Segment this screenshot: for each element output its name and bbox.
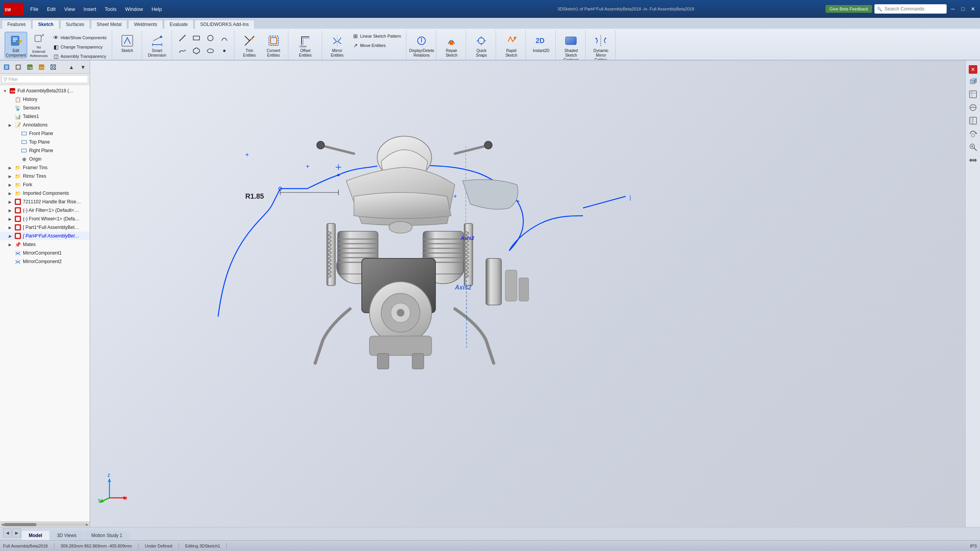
scroll-thumb[interactable] xyxy=(4,523,36,526)
edit-component-label: Edit Component xyxy=(6,49,26,58)
tree-content[interactable]: ▼ SW Full AssemblyBeta2018 (New<Display … xyxy=(0,85,90,522)
collapse-all-btn[interactable]: ▲ xyxy=(66,62,76,72)
tab-sheet-metal[interactable]: Sheet Metal xyxy=(91,20,127,29)
repair-sketch-button[interactable]: Repair Sketch xyxy=(440,32,463,58)
tree-scrollbar[interactable]: ◀ ▶ xyxy=(0,522,90,527)
maximize-button[interactable]: □ xyxy=(959,6,967,12)
tab-sketch[interactable]: Sketch xyxy=(32,20,59,29)
svg-rect-62 xyxy=(22,140,26,144)
menu-help[interactable]: Help xyxy=(147,5,166,14)
root-toggle[interactable]: ▼ xyxy=(3,89,9,93)
tree-item-imported-components[interactable]: ▶ 📁 Imported Components xyxy=(0,189,90,198)
shaded-sketch-button[interactable]: Shaded Sketch Contours xyxy=(560,32,582,58)
edit-component-button[interactable]: Edit Component xyxy=(5,32,27,58)
tree-item-air-filter[interactable]: ▶ (-) Air Filter<1> (Default<<Default>_1… xyxy=(0,206,90,215)
dynamic-mirror-button[interactable]: Dynamic Mirror Entities xyxy=(590,32,612,58)
menu-window[interactable]: Window xyxy=(121,5,147,14)
menu-view[interactable]: View xyxy=(60,5,79,14)
arc-tool-button[interactable] xyxy=(218,32,231,44)
tree-item-tables[interactable]: 📊 Tables1 xyxy=(0,112,90,121)
tab-addins[interactable]: SOLIDWORKS Add-Ins xyxy=(194,20,255,29)
tree-item-origin[interactable]: ⊕ Origin xyxy=(0,155,90,163)
display-style-btn[interactable] xyxy=(967,88,979,100)
hide-lines-btn[interactable] xyxy=(967,102,979,113)
trim-entities-button[interactable]: Trim Entities xyxy=(238,32,261,58)
menu-insert[interactable]: Insert xyxy=(80,5,100,14)
tab-model[interactable]: Model xyxy=(22,531,49,540)
polygon-tool-button[interactable] xyxy=(190,45,203,57)
tree-item-right-plane[interactable]: Right Plane xyxy=(0,146,90,155)
ellipse-icon xyxy=(206,47,215,55)
tree-item-mates[interactable]: ▶ 📌 Mates xyxy=(0,240,90,249)
tab-3d-views[interactable]: 3D Views xyxy=(50,531,83,540)
configuration-btn[interactable]: cfg xyxy=(25,62,35,72)
rapid-sketch-button[interactable]: Rapid Sketch xyxy=(500,32,522,58)
instant2d-button[interactable]: 2D Instant2D xyxy=(530,32,552,58)
tree-root-item[interactable]: ▼ SW Full AssemblyBeta2018 (New<Display … xyxy=(0,87,90,95)
move-entities-button[interactable]: ↗ Move Entities xyxy=(350,41,403,50)
dimxpert-btn[interactable]: DX xyxy=(36,62,47,72)
tree-item-fork[interactable]: ▶ 📁 Fork xyxy=(0,180,90,189)
tree-item-part4-full[interactable]: ▶ [ Part4^Full AssemblyBeta2018 ]<1> -..… xyxy=(0,232,90,240)
viewport[interactable]: | + + + + + xyxy=(90,61,965,527)
rectangle-tool-button[interactable] xyxy=(190,32,203,44)
mirror-entities-button[interactable]: Mirror Entities xyxy=(326,32,349,58)
tree-item-front-wheel[interactable]: ▶ (-) Front Wheel<1> (Default<<Default..… xyxy=(0,215,90,223)
change-transparency-button[interactable]: ◧ Change Transparency xyxy=(50,43,109,51)
no-external-button[interactable]: No External References xyxy=(29,32,49,58)
close-panel-button[interactable]: ✕ xyxy=(969,65,977,74)
point-tool-button[interactable] xyxy=(218,45,231,57)
ellipse-tool-button[interactable] xyxy=(204,45,217,57)
tab-evaluate[interactable]: Evaluate xyxy=(164,20,194,29)
section-view-btn[interactable] xyxy=(967,115,979,126)
linear-sketch-pattern-button[interactable]: ⊞ Linear Sketch Pattern xyxy=(350,32,403,40)
tree-item-mirror1[interactable]: MirrorComponent1 xyxy=(0,249,90,257)
tree-item-top-plane[interactable]: Top Plane xyxy=(0,138,90,146)
scroll-track[interactable] xyxy=(4,523,86,526)
measure-btn[interactable] xyxy=(967,154,979,166)
assembly-transparency-button[interactable]: ◫ Assembly Transparency xyxy=(50,52,109,60)
tree-item-sensors[interactable]: 📡 Sensors xyxy=(0,104,90,112)
spline-tool-button[interactable] xyxy=(176,45,189,57)
feature-manager-btn[interactable] xyxy=(2,62,12,72)
property-manager-btn[interactable] xyxy=(13,62,23,72)
offset-entities-button[interactable]: Offset Offset Entities xyxy=(292,32,319,58)
menu-edit[interactable]: Edit xyxy=(43,5,59,14)
sketch-button[interactable]: Sketch xyxy=(116,32,139,58)
tab-scroll-right[interactable]: ▶ xyxy=(12,528,21,537)
display-mgr-btn[interactable] xyxy=(48,62,58,72)
tab-scroll-left[interactable]: ◀ xyxy=(3,528,12,537)
smart-dimension-button[interactable]: Smart Dimension xyxy=(146,32,168,58)
expand-all-btn[interactable]: ▼ xyxy=(78,62,88,72)
scroll-left[interactable]: ◀ xyxy=(1,522,4,527)
tab-features[interactable]: Features xyxy=(2,20,31,29)
hide-show-button[interactable]: 👁 Hide/Show Components xyxy=(50,33,109,42)
beta-feedback-button[interactable]: Give Beta Feedback xyxy=(826,5,872,13)
line-tool-button[interactable] xyxy=(176,32,189,44)
minimize-button[interactable]: ─ xyxy=(949,6,957,12)
tab-weldments[interactable]: Weldments xyxy=(128,20,163,29)
rotate-btn[interactable] xyxy=(967,128,979,140)
close-button[interactable]: ✕ xyxy=(969,6,977,12)
tree-item-annotations[interactable]: ▶ 📝 Annotations xyxy=(0,121,90,129)
tab-motion-study-1[interactable]: Motion Study 1 xyxy=(84,531,129,540)
menu-tools[interactable]: Tools xyxy=(101,5,120,14)
convert-entities-button[interactable]: Convert Entities xyxy=(262,32,285,58)
display-delete-relations-button[interactable]: Display/Delete Relations xyxy=(410,32,433,58)
tree-item-part1-full[interactable]: ▶ [ Part1^Full AssemblyBeta2018 ]<1> -..… xyxy=(0,223,90,232)
tree-item-rims-tires[interactable]: ▶ 📁 Rims/ Tires xyxy=(0,172,90,180)
scroll-right[interactable]: ▶ xyxy=(86,522,89,527)
view-orientation-btn[interactable] xyxy=(967,75,979,87)
tab-surfaces[interactable]: Surfaces xyxy=(60,20,90,29)
tree-item-handle-bar[interactable]: ▶ 7211102 Handle Bar Riser DualBeta20... xyxy=(0,198,90,206)
menu-file[interactable]: File xyxy=(26,5,42,14)
svg-point-112 xyxy=(397,309,404,317)
circle-tool-button[interactable] xyxy=(204,32,217,44)
tree-item-front-plane[interactable]: Front Plane xyxy=(0,129,90,138)
quick-snaps-button[interactable]: Quick Snaps xyxy=(470,32,493,58)
zoom-btn[interactable] xyxy=(967,141,979,153)
tree-item-history[interactable]: 📋 History xyxy=(0,95,90,104)
tree-item-mirror2[interactable]: MirrorComponent2 xyxy=(0,257,90,266)
search-commands-input[interactable] xyxy=(882,5,944,13)
tree-item-frame-tins[interactable]: ▶ 📁 Frame/ Tins xyxy=(0,163,90,172)
